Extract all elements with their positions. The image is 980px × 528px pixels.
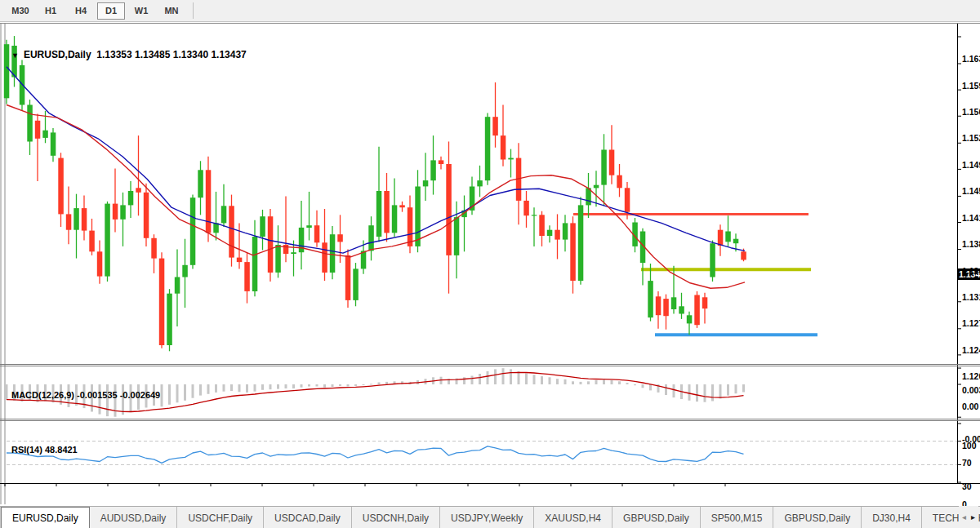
collapse-triangle-icon[interactable]: ▼ (11, 51, 19, 60)
symbol-tab-usdcad-daily[interactable]: USDCAD,Daily (264, 507, 352, 528)
tab-scroll-arrows: ◂ ▸ (959, 506, 978, 528)
price-tick-label: 1.15610 (962, 107, 980, 117)
price-tick-label: 1.14190 (962, 213, 980, 223)
timeframe-button-m30[interactable]: M30 (7, 2, 34, 20)
timeframe-button-d1[interactable]: D1 (97, 2, 125, 20)
chart-canvas[interactable] (0, 22, 980, 506)
price-tick-label: 1.14900 (962, 160, 980, 170)
price-tick-label: 1.12420 (962, 345, 980, 355)
symbol-tab-usdchf-daily[interactable]: USDCHF,Daily (177, 507, 264, 528)
symbol-tab-usdcnh-daily[interactable]: USDCNH,Daily (352, 507, 440, 528)
symbol-tab-audusd-daily[interactable]: AUDUSD,Daily (90, 507, 178, 528)
price-tick-label: 1.15260 (962, 133, 980, 143)
price-tick-label: 1.15960 (962, 81, 980, 91)
symbol-tab-gbpusd-daily[interactable]: GBPUSD,Daily (773, 507, 862, 528)
macd-indicator-label: MACD(12,26,9) -0.001535 -0.002649 (11, 390, 160, 400)
timeframe-button-h1[interactable]: H1 (37, 2, 65, 20)
rsi-tick-label: 30 (962, 481, 972, 491)
macd-tick-label: 0.003216 (962, 385, 980, 395)
tab-scroll-right-icon[interactable]: ▸ (971, 512, 975, 521)
timeframe-button-h4[interactable]: H4 (67, 2, 95, 20)
price-tick-label: 1.12070 (962, 371, 980, 381)
symbol-tab-sp500-m15[interactable]: SP500,M15 (701, 507, 774, 528)
price-tick-label: 1.14550 (962, 186, 980, 196)
chart-window[interactable]: ▼EURUSD,Daily 1.13353 1.13485 1.13340 1.… (0, 22, 980, 506)
timeframe-toolbar: M30H1H4D1W1MN (0, 0, 980, 22)
rsi-indicator-label: RSI(14) 48.8421 (11, 445, 78, 455)
price-tick-label: 1.13480 (962, 266, 980, 276)
tab-scroll-left-icon[interactable]: ◂ (962, 512, 966, 521)
rsi-tick-label: 100 (962, 441, 977, 450)
timeframe-button-w1[interactable]: W1 (127, 2, 155, 20)
symbol-tab-usdjpy-weekly[interactable]: USDJPY,Weekly (440, 507, 534, 528)
price-tick-label: 1.13130 (962, 292, 980, 302)
toolbar-separator (193, 2, 194, 19)
price-tick-label: 1.16320 (962, 54, 980, 64)
chart-title: ▼EURUSD,Daily 1.13353 1.13485 1.13340 1.… (11, 49, 247, 60)
price-tick-label: 1.12780 (962, 318, 980, 328)
chart-symbol-label: EURUSD,Daily (24, 49, 91, 60)
symbol-tab-dj30-h4[interactable]: DJ30,H4 (862, 507, 922, 528)
timeframe-button-mn[interactable]: MN (158, 2, 185, 20)
symbol-tab-xauusd-h4[interactable]: XAUUSD,H4 (534, 507, 612, 528)
symbol-tab-eurusd-daily[interactable]: EURUSD,Daily (1, 507, 90, 528)
chart-ohlc-values: 1.13353 1.13485 1.13340 1.13437 (96, 49, 247, 60)
macd-tick-label: 0.00 (962, 402, 978, 411)
symbol-tab-gbpusd-daily[interactable]: GBPUSD,Daily (612, 507, 701, 528)
price-tick-label: 1.13840 (962, 239, 980, 249)
rsi-tick-label: 70 (962, 458, 972, 468)
symbol-tab-bar: EURUSD,DailyAUDUSD,DailyUSDCHF,DailyUSDC… (0, 506, 980, 528)
